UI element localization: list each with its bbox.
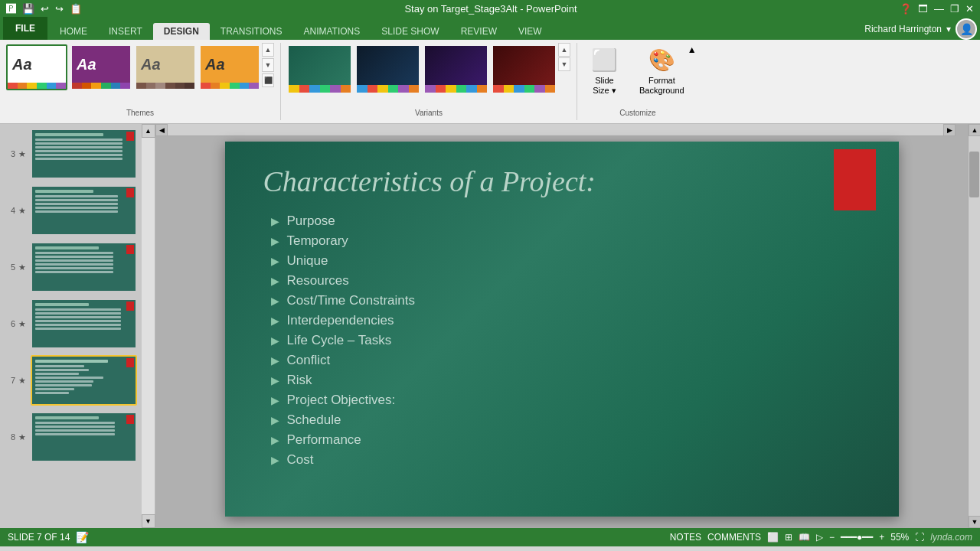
bullet-resources[interactable]: ▶ Resources: [271, 273, 868, 289]
redo-icon[interactable]: ↪: [54, 3, 65, 15]
slide-thumb-3[interactable]: [31, 129, 137, 179]
slide-notes-toggle-icon[interactable]: 📝: [76, 531, 89, 543]
branding-logo: lynda.com: [930, 532, 972, 543]
hscroll-right-button[interactable]: ▶: [943, 124, 956, 136]
bullet-cost[interactable]: ▶ Cost: [271, 452, 868, 468]
variant-4[interactable]: [492, 44, 557, 94]
variant-1[interactable]: [287, 44, 352, 94]
help-icon[interactable]: ❓: [898, 3, 913, 15]
vscroll-bottom-button[interactable]: ▼: [969, 516, 980, 528]
bullet-text-interdependencies: Interdependencies: [287, 313, 394, 328]
bullet-schedule[interactable]: ▶ Schedule: [271, 412, 868, 428]
zoom-out-icon[interactable]: −: [829, 532, 835, 543]
themes-scroll-more[interactable]: ⬛: [262, 73, 274, 87]
tab-insert[interactable]: INSERT: [98, 23, 153, 40]
hscroll-left-button[interactable]: ◀: [155, 124, 168, 136]
variants-scroll-up[interactable]: ▲: [558, 43, 570, 57]
view-grid-icon[interactable]: ⊞: [785, 532, 792, 543]
vscroll-top-button[interactable]: ▲: [969, 124, 980, 136]
bullet-text-risk: Risk: [287, 373, 312, 388]
tab-transitions[interactable]: TRANSITIONS: [210, 23, 293, 40]
bullet-arrow-6: ▶: [271, 315, 279, 327]
bullet-risk[interactable]: ▶ Risk: [271, 373, 868, 388]
save-icon[interactable]: 💾: [21, 3, 36, 15]
bullet-unique[interactable]: ▶ Unique: [271, 253, 868, 269]
slide-item-4[interactable]: 4 ★: [3, 184, 139, 237]
scroll-up-button[interactable]: ▲: [142, 124, 155, 138]
tab-animations[interactable]: ANIMATIONS: [292, 23, 371, 40]
customize-icon[interactable]: 📋: [68, 3, 83, 15]
bullet-text-resources: Resources: [287, 273, 349, 289]
bullet-purpose[interactable]: ▶ Purpose: [271, 214, 868, 229]
bullet-objectives[interactable]: ▶ Project Objectives:: [271, 393, 868, 408]
tab-home[interactable]: HOME: [49, 23, 98, 40]
variant-3[interactable]: [423, 44, 488, 94]
slide-thumb-4[interactable]: [31, 185, 137, 236]
powerpoint-icon: 🅿: [5, 3, 18, 15]
tab-file[interactable]: FILE: [3, 17, 47, 40]
theme-2[interactable]: Aa: [70, 44, 132, 90]
restore-window-icon[interactable]: 🗖: [916, 3, 929, 15]
slide-panel: 3 ★ 4 ★: [0, 124, 142, 528]
undo-icon[interactable]: ↩: [39, 3, 51, 15]
bullet-lifecycle[interactable]: ▶ Life Cycle – Tasks: [271, 333, 868, 348]
zoom-level[interactable]: 55%: [890, 532, 909, 543]
slide-item-8[interactable]: 8 ★: [3, 410, 139, 464]
view-normal-icon[interactable]: ⬜: [767, 532, 779, 543]
themes-scroll-down[interactable]: ▼: [262, 58, 274, 72]
view-slideshow-icon[interactable]: ▷: [816, 532, 823, 543]
zoom-slider[interactable]: ━━━●━━: [841, 532, 873, 543]
avatar: 👤: [956, 18, 977, 40]
slide-item-3[interactable]: 3 ★: [3, 127, 139, 181]
minimize-icon[interactable]: —: [933, 3, 946, 15]
bullet-text-performance: Performance: [287, 432, 361, 448]
fit-to-window-icon[interactable]: ⛶: [915, 532, 924, 543]
slide-thumb-5[interactable]: [31, 242, 137, 292]
tab-review[interactable]: REVIEW: [450, 23, 508, 40]
variants-scroll: ▲ ▼: [558, 43, 570, 71]
maximize-icon[interactable]: ❐: [949, 3, 961, 15]
theme-1[interactable]: Aa: [6, 44, 67, 90]
slide-thumb-6[interactable]: [31, 298, 137, 349]
slide-item-6[interactable]: 6 ★: [3, 297, 139, 350]
bullet-text-objectives: Project Objectives:: [287, 393, 396, 408]
zoom-in-icon[interactable]: +: [879, 532, 884, 543]
close-icon[interactable]: ✕: [964, 3, 975, 15]
bullet-arrow-4: ▶: [271, 275, 279, 287]
variants-scroll-down[interactable]: ▼: [558, 57, 570, 71]
slide-thumb-7[interactable]: [31, 355, 137, 406]
slide-size-button[interactable]: ⬜ SlideSize ▾: [583, 44, 626, 99]
view-reading-icon[interactable]: 📖: [799, 532, 810, 543]
theme-4[interactable]: Aa: [199, 44, 260, 90]
vscrollbar-thumb[interactable]: [969, 152, 979, 197]
user-area: Richard Harrington ▾ 👤: [864, 18, 977, 40]
collapse-ribbon-button[interactable]: ▲: [688, 44, 697, 55]
slide-title[interactable]: Characteristics of a Project:: [225, 142, 899, 206]
tab-design[interactable]: DESIGN: [153, 23, 210, 40]
bullet-arrow-2: ▶: [271, 235, 279, 247]
slide-thumb-8[interactable]: [31, 412, 137, 462]
bullet-interdependencies[interactable]: ▶ Interdependencies: [271, 313, 868, 328]
scroll-down-button[interactable]: ▼: [142, 514, 155, 528]
variant-2[interactable]: [355, 44, 420, 94]
theme-3[interactable]: Aa: [135, 44, 196, 90]
tab-view[interactable]: VIEW: [508, 23, 553, 40]
tab-slideshow[interactable]: SLIDE SHOW: [371, 23, 449, 40]
bullet-text-cost-time: Cost/Time Constraints: [287, 293, 416, 308]
comments-button[interactable]: COMMENTS: [707, 532, 761, 543]
customize-group: ⬜ SlideSize ▾ 🎨 FormatBackground Customi…: [577, 43, 698, 120]
bullet-cost-time[interactable]: ▶ Cost/Time Constraints: [271, 293, 868, 308]
format-background-button[interactable]: 🎨 FormatBackground: [632, 44, 692, 99]
status-left: SLIDE 7 OF 14 📝: [8, 531, 89, 543]
slide-canvas[interactable]: Characteristics of a Project: ▶ Purpose …: [225, 142, 899, 517]
notes-button[interactable]: NOTES: [670, 532, 701, 543]
bullet-text-schedule: Schedule: [287, 412, 341, 428]
themes-scroll-up[interactable]: ▲: [262, 43, 274, 57]
slide-item-5[interactable]: 5 ★: [3, 240, 139, 294]
window-title: Stay on Target_Stage3Alt - PowerPoint: [87, 3, 895, 15]
slide-item-7[interactable]: 7 ★: [3, 354, 139, 407]
slide-size-icon: ⬜: [591, 47, 618, 73]
bullet-conflict[interactable]: ▶ Conflict: [271, 353, 868, 368]
bullet-performance[interactable]: ▶ Performance: [271, 432, 868, 448]
bullet-temporary[interactable]: ▶ Temporary: [271, 233, 868, 249]
